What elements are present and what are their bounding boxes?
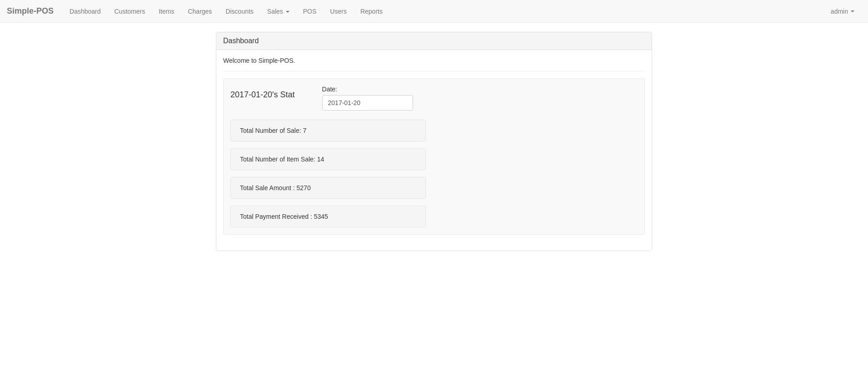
nav-link-users[interactable]: Users bbox=[323, 0, 354, 23]
total-sale-amount: Total Sale Amount : 5270 bbox=[240, 184, 311, 191]
nav-menu: Dashboard Customers Items Charges Discou… bbox=[63, 0, 824, 23]
welcome-text: Welcome to Simple-POS. bbox=[223, 57, 645, 71]
stat-title: 2017-01-20's Stat bbox=[230, 90, 295, 100]
stat-box-total-sale-amount: Total Sale Amount : 5270 bbox=[230, 177, 426, 199]
nav-link-discounts[interactable]: Discounts bbox=[219, 0, 260, 23]
total-number-of-item-sale: Total Number of Item Sale: 14 bbox=[240, 156, 324, 163]
stat-boxes: Total Number of Sale: 7 Total Number of … bbox=[230, 120, 638, 227]
nav-link-items[interactable]: Items bbox=[152, 0, 181, 23]
dashboard-panel: Dashboard Welcome to Simple-POS. 2017-01… bbox=[216, 32, 652, 251]
panel-body: Welcome to Simple-POS. 2017-01-20's Stat… bbox=[216, 50, 652, 251]
date-group: Date: bbox=[322, 86, 413, 111]
dashboard-heading: Dashboard bbox=[223, 37, 259, 45]
nav-item-sales[interactable]: Sales bbox=[260, 0, 296, 23]
nav-link-reports[interactable]: Reports bbox=[354, 0, 389, 23]
stat-box-total-payment-received: Total Payment Received : 5345 bbox=[230, 206, 426, 227]
total-payment-received: Total Payment Received : 5345 bbox=[240, 213, 328, 220]
nav-item-users[interactable]: Users bbox=[323, 0, 354, 23]
sales-dropdown-caret bbox=[286, 11, 289, 13]
date-input[interactable] bbox=[322, 95, 413, 111]
panel-heading: Dashboard bbox=[216, 32, 652, 50]
nav-item-charges[interactable]: Charges bbox=[181, 0, 219, 23]
admin-dropdown[interactable]: admin bbox=[824, 1, 861, 22]
navbar-right: admin bbox=[824, 1, 861, 22]
nav-item-discounts[interactable]: Discounts bbox=[219, 0, 260, 23]
nav-link-customers[interactable]: Customers bbox=[108, 0, 152, 23]
navbar: Simple-POS Dashboard Customers Items Cha… bbox=[0, 0, 868, 23]
nav-item-customers[interactable]: Customers bbox=[108, 0, 152, 23]
nav-link-charges[interactable]: Charges bbox=[181, 0, 219, 23]
nav-item-reports[interactable]: Reports bbox=[354, 0, 389, 23]
panel-footer-space bbox=[223, 235, 645, 244]
date-label: Date: bbox=[322, 86, 413, 93]
nav-item-dashboard[interactable]: Dashboard bbox=[63, 0, 108, 23]
stat-box-total-item-sales: Total Number of Item Sale: 14 bbox=[230, 148, 426, 170]
nav-item-items[interactable]: Items bbox=[152, 0, 181, 23]
nav-link-dashboard[interactable]: Dashboard bbox=[63, 0, 108, 23]
stat-box-total-sales: Total Number of Sale: 7 bbox=[230, 120, 426, 141]
stat-section: 2017-01-20's Stat Date: Total Number of … bbox=[223, 78, 645, 235]
nav-link-pos[interactable]: POS bbox=[296, 0, 324, 23]
admin-caret-icon bbox=[851, 10, 854, 12]
main-content: Dashboard Welcome to Simple-POS. 2017-01… bbox=[0, 23, 868, 260]
brand-logo[interactable]: Simple-POS bbox=[7, 6, 54, 16]
total-number-of-sale: Total Number of Sale: 7 bbox=[240, 127, 306, 134]
stat-header: 2017-01-20's Stat Date: bbox=[230, 86, 638, 111]
nav-item-pos[interactable]: POS bbox=[296, 0, 324, 23]
nav-link-sales[interactable]: Sales bbox=[260, 0, 296, 23]
